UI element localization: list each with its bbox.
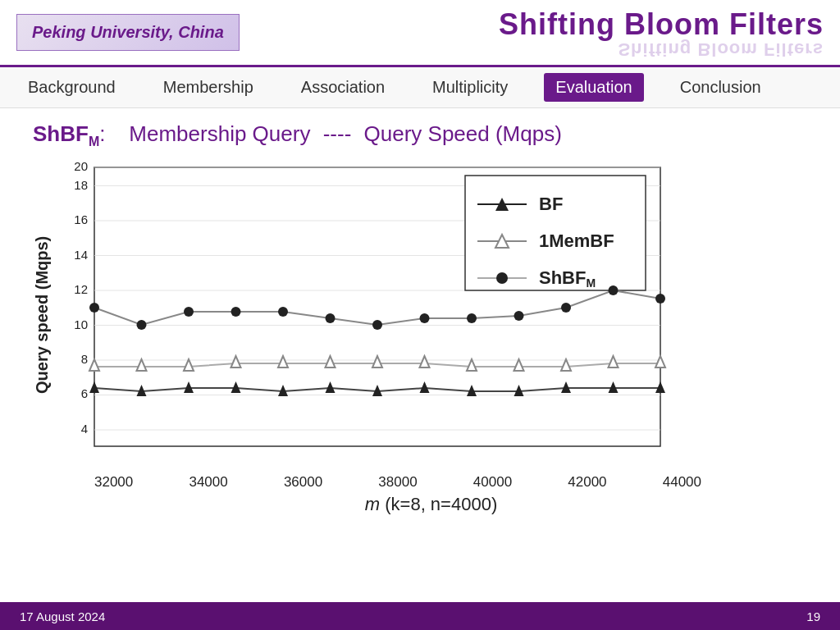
slide-title-reflection: Shifting Bloom Filters (499, 40, 824, 58)
footer-date: 17 August 2024 (20, 609, 105, 623)
svg-point-33 (278, 307, 288, 317)
svg-point-38 (514, 311, 524, 321)
nav-evaluation[interactable]: Evaluation (544, 73, 643, 102)
top-bar: Peking University, China Shifting Bloom … (0, 0, 840, 67)
svg-point-29 (89, 303, 99, 313)
svg-text:8: 8 (81, 352, 88, 366)
svg-text:BF: BF (539, 194, 563, 214)
svg-point-30 (137, 320, 147, 330)
nav-conclusion[interactable]: Conclusion (669, 73, 773, 102)
x-axis-italic: m (365, 494, 380, 514)
logo-text: Peking University, China (32, 23, 224, 41)
x-axis-params: (k=8, n=4000) (385, 494, 497, 514)
svg-point-35 (372, 320, 382, 330)
chart-area: 4 6 8 10 12 14 16 18 20 (55, 159, 807, 515)
svg-point-27 (496, 272, 508, 284)
svg-text:10: 10 (74, 317, 88, 331)
university-logo: Peking University, China (16, 14, 240, 51)
chart-title-dashes: ---- (323, 121, 352, 146)
svg-text:20: 20 (74, 159, 88, 173)
svg-text:14: 14 (74, 248, 88, 262)
nav-background[interactable]: Background (16, 73, 127, 102)
nav-multiplicity[interactable]: Multiplicity (421, 73, 519, 102)
nav-membership[interactable]: Membership (152, 73, 265, 102)
svg-text:16: 16 (74, 212, 88, 226)
chart-title-suffix: Query Speed (Mqps) (364, 121, 562, 146)
svg-point-37 (467, 313, 477, 323)
svg-text:1MemBF: 1MemBF (539, 231, 614, 251)
svg-text:4: 4 (81, 422, 88, 436)
content-area: ShBFM: Membership Query ---- Query Speed… (0, 108, 840, 523)
svg-point-39 (561, 303, 571, 313)
chart-title: ShBFM: Membership Query ---- Query Speed… (33, 121, 807, 149)
footer-page: 19 (806, 609, 820, 623)
svg-point-41 (655, 294, 665, 304)
nav-association[interactable]: Association (290, 73, 396, 102)
nav-bar: Background Membership Association Multip… (0, 67, 840, 108)
svg-text:6: 6 (81, 386, 88, 400)
chart-svg: 4 6 8 10 12 14 16 18 20 (55, 159, 807, 474)
svg-text:12: 12 (74, 282, 88, 296)
slide-title-area: Shifting Bloom Filters Shifting Bloom Fi… (499, 7, 824, 58)
svg-text:18: 18 (74, 178, 88, 192)
slide-title: Shifting Bloom Filters (499, 7, 824, 42)
y-axis-label: Query speed (Mqps) (33, 159, 52, 471)
x-axis-title: m (k=8, n=4000) (55, 494, 807, 515)
chart-title-middle: Membership Query (129, 121, 310, 146)
svg-point-32 (231, 307, 241, 317)
svg-point-40 (609, 285, 619, 295)
chart-wrapper: Query speed (Mqps) (33, 159, 807, 515)
footer: 17 August 2024 19 (0, 602, 840, 630)
svg-point-34 (326, 313, 336, 323)
svg-point-31 (184, 307, 194, 317)
svg-point-36 (420, 313, 430, 323)
